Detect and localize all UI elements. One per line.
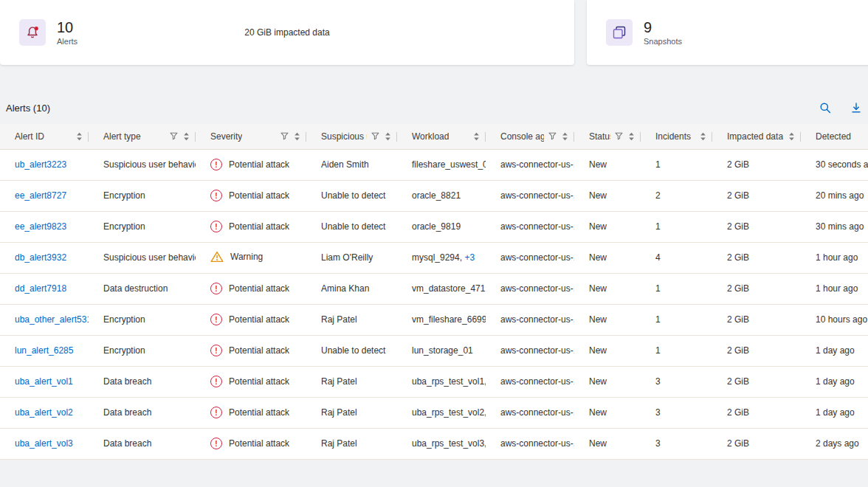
workload-name: uba_rps_test_vol2, <box>412 407 486 418</box>
alert-id-link[interactable]: db_alert3932 <box>15 252 66 263</box>
alert-id-link[interactable]: ub_alert3223 <box>15 159 66 170</box>
sort-arrows-icon[interactable] <box>183 132 190 141</box>
cell-detected: 10 hours ago <box>801 304 868 335</box>
cell-status: New <box>574 149 641 180</box>
sort-arrows-icon[interactable] <box>473 132 480 141</box>
sort-arrows-icon[interactable] <box>700 132 706 141</box>
column-header-impacted-data[interactable]: Impacted data <box>712 124 801 149</box>
column-header-incidents[interactable]: Incidents <box>641 124 712 149</box>
table-row[interactable]: uba_alert_vol1Data breach!Potential atta… <box>0 366 868 397</box>
column-header-alert-type[interactable]: Alert type <box>89 124 196 149</box>
cell-detected: 2 days ago <box>801 428 868 459</box>
alert-id-link[interactable]: uba_alert_vol2 <box>15 407 73 418</box>
critical-severity-icon: ! <box>210 190 222 201</box>
cell-alert-type: Encryption <box>89 335 196 366</box>
cell-alert-id: uba_other_alert5319 <box>0 304 89 335</box>
alert-id-link[interactable]: ee_alert8727 <box>15 190 66 201</box>
table-row[interactable]: uba_alert_vol2Data breach!Potential atta… <box>0 397 868 428</box>
table-row[interactable]: ee_alert8727Encryption!Potential attackU… <box>0 180 868 211</box>
severity-label: Potential attack <box>229 407 289 418</box>
column-header-alert-id[interactable]: Alert ID <box>0 124 89 149</box>
cell-detected: 1 hour ago <box>801 273 868 304</box>
cell-console-agent: aws-connector-us-... <box>486 149 574 180</box>
sort-arrows-icon[interactable] <box>628 132 635 141</box>
cell-workload: uba_rps_test_vol3, +2 <box>397 428 486 459</box>
table-row[interactable]: uba_other_alert5319Encryption!Potential … <box>0 304 868 335</box>
alert-id-link[interactable]: dd_alert7918 <box>15 283 66 294</box>
cell-incidents: 1 <box>641 149 712 180</box>
cell-suspicious-user: Raj Patel <box>306 428 397 459</box>
cell-severity: !Potential attack <box>196 149 306 180</box>
cell-workload: oracle_9819 <box>397 211 486 242</box>
column-header-severity[interactable]: Severity <box>196 124 306 149</box>
severity-label: Potential attack <box>229 283 289 294</box>
filter-funnel-icon[interactable] <box>170 132 178 140</box>
severity-label: Potential attack <box>229 438 289 449</box>
cell-incidents: 4 <box>641 242 712 273</box>
critical-severity-icon: ! <box>210 314 222 325</box>
column-header-detected[interactable]: Detected <box>801 124 868 149</box>
column-header-console-agent[interactable]: Console agent <box>486 124 574 149</box>
sort-arrows-icon[interactable] <box>76 132 83 141</box>
alert-id-link[interactable]: uba_alert_vol3 <box>15 438 73 449</box>
cell-alert-type: Encryption <box>89 211 196 242</box>
cell-workload: fileshare_uswest_02_3: <box>397 149 486 180</box>
alert-id-link[interactable]: lun_alert_6285 <box>15 345 73 356</box>
table-row[interactable]: ee_alert9823Encryption!Potential attackU… <box>0 211 868 242</box>
cell-console-agent: aws-connector-us-... <box>486 304 574 335</box>
table-row[interactable]: db_alert3932Suspicious user behavior War… <box>0 242 868 273</box>
column-header-status[interactable]: Status <box>574 124 641 149</box>
cell-impacted-data: 2 GiB <box>712 211 801 242</box>
table-row[interactable]: uba_alert_vol3Data breach!Potential atta… <box>0 428 868 459</box>
critical-severity-icon: ! <box>210 221 222 232</box>
column-label: Suspicious u... <box>321 131 367 142</box>
cell-detected: 30 seconds ago <box>801 149 868 180</box>
filter-funnel-icon[interactable] <box>371 132 379 140</box>
snapshots-summary-card[interactable]: 9 Snapshots <box>587 0 868 65</box>
column-label: Severity <box>210 131 242 142</box>
sort-arrows-icon[interactable] <box>788 132 795 141</box>
cell-status: New <box>574 428 641 459</box>
table-row[interactable]: lun_alert_6285Encryption!Potential attac… <box>0 335 868 366</box>
column-header-workload[interactable]: Workload <box>397 124 486 149</box>
cell-workload: mysql_9294, +3 <box>397 242 486 273</box>
table-row[interactable]: dd_alert7918Data destruction!Potential a… <box>0 273 868 304</box>
sort-arrows-icon[interactable] <box>385 132 391 141</box>
table-row[interactable]: ub_alert3223Suspicious user behavior!Pot… <box>0 149 868 180</box>
snapshots-copy-icon <box>611 24 627 41</box>
sort-arrows-icon[interactable] <box>562 132 568 141</box>
alerts-summary-card[interactable]: 10 Alerts 20 GiB impacted data <box>0 0 574 65</box>
filter-funnel-icon[interactable] <box>615 132 623 140</box>
critical-severity-icon: ! <box>210 345 222 356</box>
workload-more-link[interactable]: +3 <box>462 252 475 263</box>
critical-severity-icon: ! <box>210 438 222 449</box>
alerts-table: Alert ID Alert type Severity Suspicious … <box>0 124 868 460</box>
cell-severity: Warning <box>196 242 306 273</box>
search-icon[interactable] <box>819 102 831 114</box>
cell-suspicious-user: Unable to detect <box>306 211 397 242</box>
workload-name: uba_rps_test_vol3, <box>412 438 486 449</box>
workload-name: vm_fileshare_6699 <box>412 314 486 325</box>
alert-id-link[interactable]: uba_other_alert5319 <box>15 314 89 325</box>
column-label: Workload <box>412 131 449 142</box>
column-header-suspicious-u[interactable]: Suspicious u... <box>306 124 397 149</box>
cell-alert-type: Suspicious user behavior <box>89 149 196 180</box>
cell-incidents: 1 <box>641 273 712 304</box>
workload-name: mysql_9294, <box>412 252 462 263</box>
filter-funnel-icon[interactable] <box>548 132 557 140</box>
cell-alert-type: Data breach <box>89 428 196 459</box>
filter-funnel-icon[interactable] <box>280 132 289 140</box>
critical-severity-icon: ! <box>210 283 222 294</box>
alerts-stat: 10 Alerts <box>57 19 78 46</box>
cell-impacted-data: 2 GiB <box>712 149 801 180</box>
snapshots-count: 9 <box>644 19 682 35</box>
sort-arrows-icon[interactable] <box>294 132 300 141</box>
alert-id-link[interactable]: uba_alert_vol1 <box>15 376 73 387</box>
cell-alert-type: Data destruction <box>89 273 196 304</box>
cell-incidents: 2 <box>641 180 712 211</box>
cell-alert-id: db_alert3932 <box>0 242 89 273</box>
download-icon[interactable] <box>850 102 862 114</box>
cell-alert-type: Data breach <box>89 397 196 428</box>
alert-id-link[interactable]: ee_alert9823 <box>15 221 66 232</box>
cell-status: New <box>574 273 641 304</box>
